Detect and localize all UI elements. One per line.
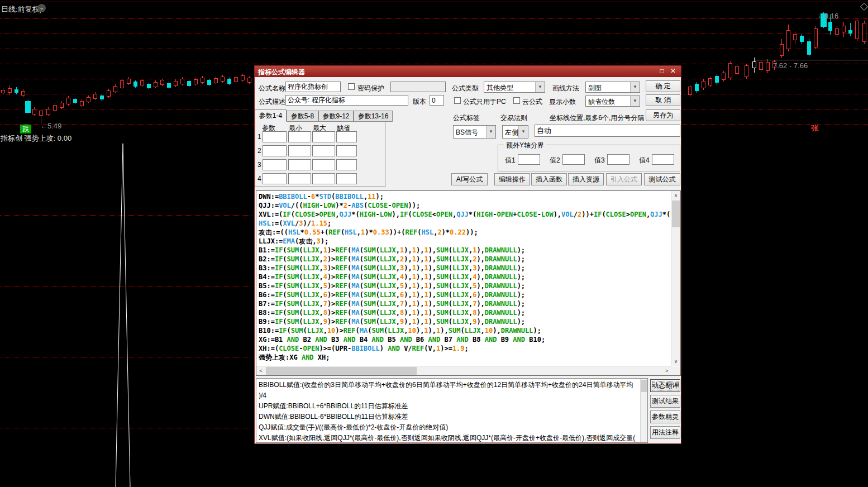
param-input-r2c2[interactable] [288, 145, 311, 156]
code-token: LLJX [303, 255, 319, 263]
param-input-r3c1[interactable] [263, 159, 287, 170]
tab-params-1-4[interactable]: 参数1-4 [255, 109, 287, 122]
code-token: LLJX [380, 309, 396, 317]
code-token: ( [283, 255, 287, 263]
code-token: ); [517, 300, 525, 308]
formula-tag-value: BS信号 [456, 128, 478, 137]
dynamic-translate-button[interactable]: 动态翻译 [650, 379, 680, 392]
dialog-titlebar[interactable]: 指标公式编辑器 □ ✕ [255, 66, 681, 77]
code-token: IF [279, 327, 287, 335]
insert-function-button[interactable]: 插入函数 [531, 173, 567, 185]
test-result-button[interactable]: 测试结果 [650, 395, 680, 408]
ai-formula-button[interactable]: AI写公式 [451, 173, 488, 185]
param-input-r3c3[interactable] [312, 159, 335, 170]
param-input-r3c2[interactable] [288, 159, 311, 170]
param-input-r4c3[interactable] [312, 173, 335, 184]
pc-only-label: 公式只用于PC [463, 97, 506, 107]
tab-params-5-8[interactable]: 参数5-8 [287, 111, 318, 122]
formula-desc-input[interactable] [285, 95, 408, 106]
code-token: MA [351, 282, 359, 290]
insert-resource-button[interactable]: 插入资源 [568, 173, 604, 185]
candle [722, 73, 726, 80]
extra-y-input-4[interactable] [652, 154, 674, 165]
code-token: , [319, 300, 323, 308]
formula-type-select[interactable]: 其他类型 ▼ [484, 82, 545, 93]
chevron-down-icon[interactable]: ▼ [630, 82, 640, 92]
param-input-r3c4[interactable] [336, 159, 357, 170]
scroll-right-icon[interactable]: > [662, 366, 671, 375]
extra-y-input-3[interactable] [607, 154, 629, 165]
param-input-r2c1[interactable] [263, 145, 287, 156]
version-input[interactable] [430, 95, 444, 106]
code-token: SUM [287, 318, 299, 326]
candle [46, 109, 50, 115]
chevron-down-icon[interactable]: ▼ [535, 82, 545, 92]
usage-note-button[interactable]: 用法注释 [650, 426, 680, 439]
save-as-button[interactable]: 另存为 [646, 109, 680, 121]
code-content[interactable]: DWN:=BBIBOLL-6*STD(BBIBOLL,11);QJJ:=VOL/… [256, 191, 673, 367]
extra-y-input-1[interactable] [518, 154, 540, 165]
cloud-formula-checkbox[interactable] [513, 97, 520, 104]
chevron-down-icon[interactable]: ▼ [630, 96, 640, 106]
code-token: , [396, 273, 400, 281]
candle [207, 80, 211, 85]
param-input-r4c4[interactable] [336, 173, 357, 184]
param-input-r4c1[interactable] [263, 173, 287, 184]
horizontal-scroll-thumb[interactable] [266, 367, 417, 375]
horizontal-scrollbar[interactable]: < > [256, 366, 671, 375]
code-token: ( [449, 255, 452, 263]
tab-params-13-16[interactable]: 参数13-16 [354, 111, 393, 122]
code-line: B6:=IF(SUM(LLJX,6)>REF(MA(SUM(LLJX,6),1)… [259, 290, 673, 299]
scroll-down-icon[interactable]: ∨ [671, 357, 680, 366]
extra-y-label-4: 值4 [639, 156, 650, 165]
param-input-r1c2[interactable] [288, 131, 311, 142]
formula-tag-label: 公式标签 [453, 113, 480, 123]
chevron-down-icon[interactable]: ⌄ [37, 4, 46, 12]
extra-y-input-2[interactable] [562, 154, 585, 165]
param-input-r1c3[interactable] [312, 131, 335, 142]
code-editor[interactable]: DWN:=BBIBOLL-6*STD(BBIBOLL,11);QJJ:=VOL/… [256, 190, 681, 376]
code-token: DRAWNULL [485, 255, 517, 263]
code-token: ), [428, 327, 436, 335]
chevron-down-icon[interactable]: ▼ [518, 126, 528, 138]
formula-name-input[interactable] [285, 82, 341, 92]
axis-position-input[interactable] [535, 125, 680, 137]
code-token: ), [428, 255, 436, 263]
vertical-scrollbar[interactable]: ∧ ∨ [671, 191, 680, 366]
code-token: SUM [436, 282, 449, 290]
test-formula-button[interactable]: 测试公式 [644, 173, 680, 185]
param-input-r4c2[interactable] [288, 173, 311, 184]
param-input-r1c4[interactable] [336, 131, 357, 142]
code-token: ), [404, 255, 412, 263]
param-wizard-button[interactable]: 参数精灵 [650, 410, 680, 423]
trade-rule-select[interactable]: 左侧 ▼ [502, 125, 528, 139]
scroll-left-icon[interactable]: < [256, 366, 265, 375]
code-token: 3 [323, 264, 327, 272]
password-checkbox[interactable] [348, 83, 355, 90]
code-token: OPEN [319, 211, 335, 218]
draw-method-select[interactable]: 副图 ▼ [585, 82, 640, 93]
chevron-down-icon[interactable]: ▼ [486, 126, 495, 138]
ok-button[interactable]: 确 定 [646, 80, 680, 92]
formula-description-panel[interactable]: BBIBOLL赋值:(收盘价的3日简单移动平均+收盘价的6日简单移动平均+收盘价… [256, 378, 648, 443]
code-token: 强势上攻:XG [259, 354, 302, 361]
code-token: ); [517, 309, 525, 317]
param-input-r1c1[interactable] [263, 131, 287, 142]
edit-operation-button[interactable]: 编辑操作 [494, 173, 530, 185]
maximize-icon[interactable]: □ [657, 67, 666, 75]
formula-tag-select[interactable]: BS信号 ▼ [453, 125, 496, 139]
decimal-select[interactable]: 缺省位数 ▼ [585, 96, 640, 107]
code-token: ( [360, 300, 364, 308]
close-icon[interactable]: ✕ [669, 67, 678, 75]
param-input-r2c3[interactable] [312, 145, 335, 156]
param-input-r2c4[interactable] [336, 145, 357, 156]
cancel-button[interactable]: 取 消 [646, 94, 680, 106]
code-token: , [319, 246, 323, 254]
chart-period-label[interactable]: 日线:前复权) [1, 4, 42, 15]
scroll-up-icon[interactable]: ∧ [671, 191, 680, 200]
tab-params-9-12[interactable]: 参数9-12 [318, 111, 354, 122]
vertical-scroll-thumb[interactable] [672, 200, 680, 227]
description-scrollbar[interactable] [640, 379, 647, 442]
pc-only-checkbox[interactable] [454, 97, 461, 104]
description-scroll-thumb[interactable] [641, 380, 647, 392]
